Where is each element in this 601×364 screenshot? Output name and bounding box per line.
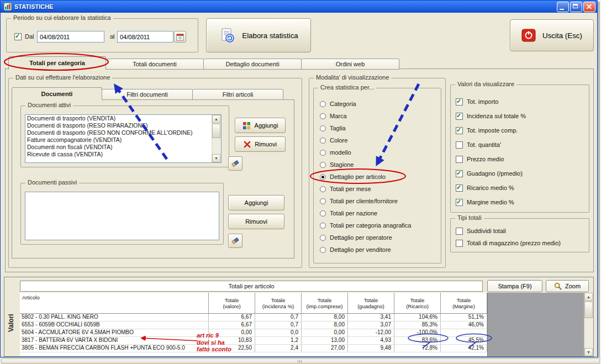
date-to-input[interactable] [117, 31, 173, 43]
table-row[interactable]: 3805 - BEMAN FRECCIA CARBON FLASH +PUNTA… [20, 345, 487, 352]
cell: 27,00 [302, 345, 348, 352]
checkbox-totali-di-magazzino-prezzo-medio[interactable]: Totali di magazzino (prezzo medio) [456, 237, 585, 249]
aggiungi-passivi-button[interactable]: Aggiungi [228, 195, 284, 210]
grip-icon [298, 360, 303, 363]
tab-totali-per-categoria[interactable]: Totali per categoria [8, 56, 106, 70]
list-item[interactable]: Documenti non fiscali (VENDITA) [25, 144, 221, 151]
rimuovi-attivi-button[interactable]: Rimuovi [235, 136, 286, 152]
checkbox-label: Guadagno (/pmedio) [467, 170, 523, 177]
minimize-button[interactable] [557, 2, 569, 12]
checkbox-tot-imposte-comp[interactable]: Tot. imposte comp. [456, 123, 585, 138]
checkbox-suddividi-totali[interactable]: Suddividi totali [456, 225, 585, 237]
radio-dettaglio-per-articolo[interactable]: Dettaglio per articolo [320, 171, 437, 183]
inner-tab-filtri-documenti[interactable]: Filtri documenti [102, 89, 193, 100]
cell-articolo: 5604 - ACCMULATORE 6V 4,5MAH PIOMBO [20, 329, 209, 336]
radio-dettaglio-per-operatore[interactable]: Dettaglio per operatore [320, 231, 437, 244]
eraser-icon [231, 159, 240, 168]
radio-totali-per-mese[interactable]: Totali per mese [320, 183, 437, 195]
horizontal-scrollbar[interactable] [0, 357, 601, 364]
radio-taglia[interactable]: Taglia [320, 122, 437, 134]
cell: -100,0% [394, 329, 441, 336]
column-header-0: Articolo [20, 293, 209, 313]
list-item[interactable]: Documenti di trasporto (VENDITA) [25, 115, 221, 122]
scrollbar-thumb[interactable] [212, 124, 220, 138]
radio-icon [320, 138, 326, 144]
cell [441, 329, 487, 336]
dal-checkbox[interactable] [14, 33, 22, 40]
tab-dettaglio-documenti[interactable]: Dettaglio documenti [204, 59, 302, 70]
titlebar[interactable]: STATISTICHE [1, 1, 597, 13]
checkbox-tot-importo[interactable]: Tot. importo [456, 94, 585, 109]
radio-categoria[interactable]: Categoria [320, 98, 437, 110]
clear-passivi-button[interactable] [228, 234, 242, 248]
elabora-statistica-label: Elabora statistica [242, 31, 298, 40]
date-from-input[interactable] [37, 31, 104, 43]
documenti-attivi-legend: Documenti attivi [25, 102, 73, 108]
checkbox-prezzo-medio[interactable]: Prezzo medio [456, 152, 585, 166]
table-row[interactable]: 5802 - 0.30 PALL. KING NERO6,670,78,003,… [20, 314, 487, 321]
scroll-down-icon[interactable] [212, 154, 220, 162]
radio-label: Totali per cliente/fornitore [330, 198, 398, 204]
clear-attivi-button[interactable] [228, 156, 242, 171]
list-item[interactable]: Ricevute di cassa (VENDITA) [25, 151, 221, 158]
checkbox-label: Tot. imposte comp. [467, 127, 518, 134]
checkbox-tot-quantita[interactable]: Tot. quantita' [456, 138, 585, 152]
radio-label: Stagione [330, 161, 354, 168]
radio-modello[interactable]: modello [320, 146, 437, 159]
tipi-checkboxes: Suddividi totaliTotali di magazzino (pre… [456, 225, 585, 249]
elabora-statistica-button[interactable]: Elabora statistica [206, 18, 311, 52]
documenti-attivi-list[interactable]: Documenti di trasporto (VENDITA)Document… [25, 114, 222, 163]
table-vertical-scrollbar[interactable] [584, 293, 593, 356]
checkbox-guadagno-pmedio[interactable]: Guadagno (/pmedio) [456, 166, 585, 181]
cell: 0,00 [302, 329, 348, 336]
list-item[interactable]: Documenti di trasporto (RESO NON CONFORM… [25, 129, 221, 136]
cell: 45,5% [441, 337, 487, 344]
table-row[interactable]: 3817 - BATTERIA 6V VARTA X BIDONI10,831,… [20, 337, 487, 345]
list-scrollbar[interactable] [212, 115, 221, 162]
radio-colore[interactable]: Colore [320, 134, 437, 146]
table-row[interactable]: 6553 - 6059B OCCHIALI 6059B6,670,78,003,… [20, 321, 487, 329]
radio-marca[interactable]: Marca [320, 110, 437, 122]
inner-tab-documenti[interactable]: Documenti [12, 87, 102, 100]
aggiungi-attivi-button[interactable]: Aggiungi [235, 118, 286, 133]
maximize-button[interactable] [570, 2, 582, 12]
checkbox-icon [456, 127, 463, 134]
rimuovi-passivi-button[interactable]: Rimuovi [228, 214, 284, 229]
uscita-button[interactable]: Uscita (Esc) [510, 19, 594, 51]
table-row[interactable]: 5604 - ACCMULATORE 6V 4,5MAH PIOMBO0,000… [20, 329, 487, 337]
radio-dettaglio-per-venditore[interactable]: Dettaglio per venditore [320, 244, 437, 256]
stampa-label: Stampa (F9) [498, 283, 531, 289]
checkbox-ricarico-medio[interactable]: Ricarico medio % [456, 181, 585, 195]
calendar-button[interactable] [174, 31, 186, 43]
radio-label: Totali per nazione [330, 210, 377, 217]
radio-totali-per-cliente-fornitore[interactable]: Totali per cliente/fornitore [320, 195, 437, 207]
zoom-button[interactable]: Zoom [546, 280, 589, 292]
tab-totali-documenti[interactable]: Totali documenti [106, 59, 204, 70]
remove-x-icon [244, 141, 251, 148]
calendar-icon [176, 33, 184, 41]
cell: 72,8% [394, 345, 441, 352]
tab-ordini-web[interactable]: Ordini web [302, 59, 399, 70]
close-button[interactable] [583, 2, 595, 12]
stampa-button[interactable]: Stampa (F9) [487, 280, 542, 292]
cell: 8,00 [302, 314, 348, 321]
cell: 6,67 [209, 321, 255, 329]
inner-tab-filtri-articoli[interactable]: Filtri articoli [193, 89, 283, 100]
checkbox-incidenza-sul-totale[interactable]: Incidenza sul totale % [456, 109, 585, 123]
scroll-up-icon[interactable] [584, 293, 593, 301]
scroll-down-icon[interactable] [584, 348, 593, 356]
checkbox-margine-medio[interactable]: Margine medio % [456, 195, 585, 209]
documenti-passivi-list[interactable] [25, 192, 219, 240]
cell: 3,07 [348, 321, 394, 329]
cell: 0,7 [255, 321, 302, 329]
radio-totali-per-categoria-anagrafica[interactable]: Totali per categoria anagrafica [320, 219, 437, 231]
radio-label: Totali per categoria anagrafica [330, 222, 411, 229]
scrollbar-thumb[interactable] [584, 302, 593, 318]
scroll-up-icon[interactable] [212, 115, 220, 123]
list-item[interactable]: Fatture accompagnatorie (VENDITA) [25, 136, 221, 144]
radio-stagione[interactable]: Stagione [320, 159, 437, 171]
cell: 46,0% [441, 321, 487, 329]
radio-totali-per-nazione[interactable]: Totali per nazione [320, 207, 437, 219]
list-item[interactable]: Documenti di trasporto (RESO RIPARAZIONE… [25, 122, 221, 129]
hscroll-thumb[interactable] [1, 358, 600, 364]
